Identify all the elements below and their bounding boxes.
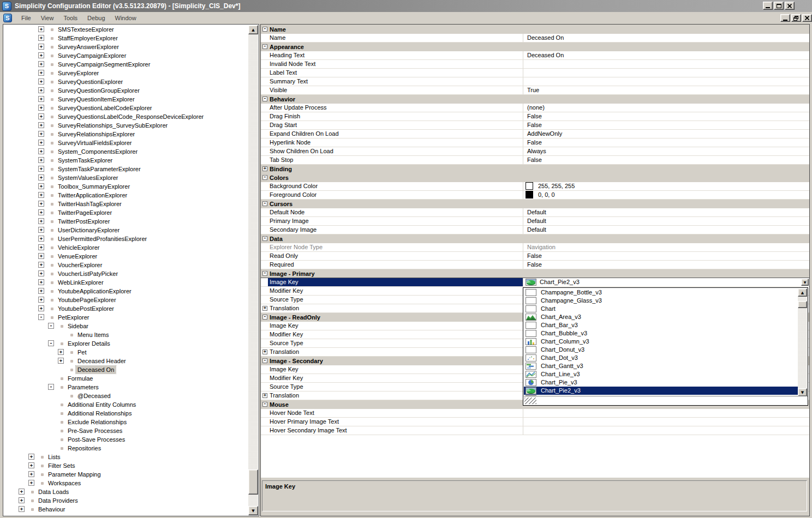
tree-item[interactable]: Formulae [3,374,248,383]
expand-icon[interactable]: + [38,270,44,276]
expand-icon[interactable]: + [38,79,44,85]
collapse-icon[interactable]: - [262,27,267,32]
property-row[interactable]: Drag StartFalse [261,121,809,130]
tree-item[interactable]: +TwitterApplicationExplorer [3,191,248,200]
menu-tools[interactable]: Tools [58,14,82,22]
tree-item[interactable]: +SurveyCampaignExplorer [3,51,248,60]
tree-item[interactable]: +SurveyQuestionExplorer [3,77,248,86]
property-row[interactable]: Hover Node Text [261,409,809,418]
tree-item[interactable]: -Parameters [3,383,248,391]
dropdown-item[interactable]: Chart_Column_v3 [524,338,798,346]
tree-item[interactable]: +TwitterPageExplorer [3,208,248,217]
property-value[interactable] [523,409,809,417]
property-row[interactable]: Secondary ImageDefault [261,226,809,234]
tree-item[interactable]: +SystemValuesExplorer [3,173,248,182]
expand-icon[interactable]: + [38,218,44,224]
mdi-close-button[interactable] [802,14,812,22]
expand-icon[interactable]: + [38,305,44,311]
tree-item[interactable]: +WebLinkExplorer [3,278,248,287]
tree-item[interactable]: +VehicleExplorer [3,243,248,252]
collapse-icon[interactable]: - [38,314,44,320]
resize-grip-icon[interactable] [524,397,536,404]
expand-icon[interactable]: + [38,209,44,215]
expand-icon[interactable]: + [38,166,44,172]
tree-item[interactable]: +Data Loads [3,487,248,496]
tree-item[interactable]: +SurveyVirtualFieldsExplorer [3,138,248,147]
property-value[interactable] [523,77,809,86]
category-row[interactable]: -Cursors [261,200,809,208]
property-value[interactable]: 0, 0, 0 [523,191,809,199]
tree-item[interactable]: +YoutubeApplicationExplorer [3,287,248,296]
tree-item[interactable]: +System_ComponentsExplorer [3,147,248,156]
category-row[interactable]: -Name [261,25,809,34]
property-row[interactable]: Invalid Node Text [261,60,809,69]
category-row[interactable]: +Binding [261,165,809,173]
collapse-icon[interactable]: - [262,97,267,101]
property-value[interactable]: Default [523,226,809,234]
dropdown-item[interactable]: Chart_Line_v3 [524,370,798,378]
expand-icon[interactable]: + [38,113,44,119]
expand-icon[interactable]: + [262,306,267,311]
dropdown-item[interactable]: Champagne_Bottle_v3 [524,288,798,297]
tree-item-selected[interactable]: Deceased On [3,365,248,374]
tree-item[interactable]: +Data Providers [3,496,248,505]
tree-item[interactable]: +SurveyRelationships_SurveySubExplorer [3,121,248,130]
expand-icon[interactable]: + [38,52,44,58]
property-value[interactable]: Navigation [523,243,809,251]
close-button[interactable] [785,2,795,10]
expand-icon[interactable]: + [38,131,44,137]
tree-item[interactable]: +Behaviour [3,505,248,514]
expand-icon[interactable]: + [58,349,64,355]
tree-item[interactable]: -PetExplorer [3,313,248,322]
property-row[interactable]: Summary Text [261,77,809,86]
property-row[interactable]: NameDeceased On [261,34,809,43]
property-value[interactable]: False [523,156,809,164]
dropdown-scrollbar-down-button[interactable]: ▼ [798,388,807,396]
tree-item[interactable]: +YoutubePageExplorer [3,296,248,304]
dropdown-scrollbar-up-button[interactable]: ▲ [798,288,807,297]
tree-item[interactable]: +SurveyQuestionsLabelCode_ResponseDevice… [3,112,248,121]
maximize-button[interactable] [774,2,784,10]
collapse-icon[interactable]: - [262,175,267,180]
expand-icon[interactable]: + [38,26,44,32]
tree-item[interactable]: Additional Relationships [3,409,248,418]
scrollbar-down-button[interactable]: ▼ [248,506,258,515]
tree-item[interactable]: +UserDictionaryExplorer [3,226,248,234]
expand-icon[interactable]: + [38,61,44,67]
property-value[interactable]: Default [523,208,809,216]
property-row[interactable]: Read OnlyFalse [261,252,809,261]
category-row[interactable]: -Image - Primary [261,269,809,278]
expand-icon[interactable]: + [38,227,44,233]
expand-icon[interactable]: + [38,35,44,41]
property-value[interactable]: False [523,121,809,129]
scrollbar-track[interactable] [248,34,258,506]
collapse-icon[interactable]: - [48,384,54,390]
tree-item[interactable]: +TwitterPostExplorer [3,217,248,226]
expand-icon[interactable]: + [38,105,44,111]
expand-icon[interactable]: + [38,122,44,128]
dropdown-item[interactable]: Chart [524,305,798,313]
property-value[interactable]: Always [523,147,809,155]
tree-item[interactable]: +VoucherListPatyPicker [3,269,248,278]
expand-icon[interactable]: + [38,140,44,146]
expand-icon[interactable]: + [38,262,44,268]
tree-item[interactable]: +StaffEmployerExplorer [3,34,248,43]
property-row[interactable]: Tab StopFalse [261,156,809,165]
property-row[interactable]: Hyperlink NodeFalse [261,138,809,147]
property-row[interactable]: Expand Children On LoadAddNewOnly [261,130,809,138]
expand-icon[interactable]: + [28,462,34,468]
tree-item[interactable]: Exclude Relationships [3,418,248,426]
dropdown-scrollbar-track[interactable] [798,297,807,388]
expand-icon[interactable]: + [19,497,25,503]
property-value[interactable]: False [523,261,809,269]
property-row[interactable]: Default NodeDefault [261,208,809,217]
tree-item[interactable]: Repositories [3,444,248,453]
property-value[interactable]: 255, 255, 255 [523,182,809,190]
property-value[interactable]: False [523,138,809,147]
collapse-icon[interactable]: - [48,323,54,329]
dropdown-item[interactable]: Chart_Gantt_v3 [524,362,798,370]
expand-icon[interactable]: + [38,157,44,163]
mdi-restore-button[interactable] [791,14,801,22]
expand-icon[interactable]: + [58,358,64,364]
property-row[interactable]: Heading TextDeceased On [261,51,809,60]
